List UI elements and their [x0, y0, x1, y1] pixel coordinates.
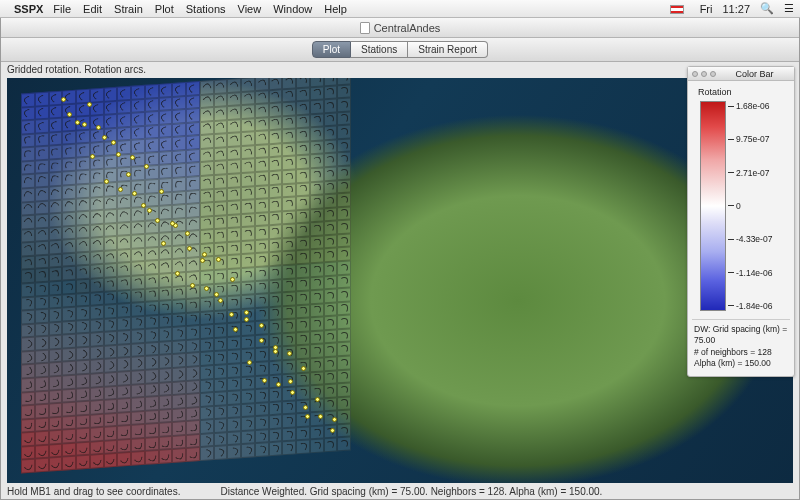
- grid-cell: [186, 257, 200, 272]
- plot-caption: Gridded rotation. Rotation arcs.: [7, 64, 146, 75]
- rotation-arc-icon: [79, 282, 87, 291]
- rotation-arc-icon: [271, 390, 281, 399]
- menu-extras-icon[interactable]: ☰: [784, 2, 794, 15]
- grid-cell: [159, 395, 173, 410]
- grid-cell: [49, 362, 63, 377]
- grid-cell: [90, 454, 104, 469]
- panel-min-icon[interactable]: [701, 71, 707, 77]
- menu-file[interactable]: File: [53, 3, 71, 15]
- grid-cell: [35, 200, 49, 215]
- grid-cell: [62, 415, 76, 430]
- rotation-arc-icon: [50, 242, 61, 253]
- menu-strain[interactable]: Strain: [114, 3, 143, 15]
- rotation-arc-icon: [243, 419, 254, 429]
- rotation-arc-icon: [119, 101, 130, 112]
- rotation-arc-icon: [299, 225, 307, 234]
- tab-stations[interactable]: Stations: [351, 41, 408, 58]
- rotation-arc-icon: [132, 331, 143, 342]
- rotation-arc-icon: [92, 388, 102, 398]
- grid-cell: [62, 443, 76, 458]
- menu-help[interactable]: Help: [324, 3, 347, 15]
- map-canvas[interactable]: [7, 78, 793, 483]
- grid-cell: [172, 326, 186, 341]
- rotation-arc-icon: [50, 214, 62, 226]
- rotation-arc-icon: [37, 257, 47, 267]
- rotation-arc-icon: [63, 227, 74, 239]
- grid-cell: [214, 337, 228, 352]
- rotation-arc-icon: [64, 174, 74, 184]
- rotation-arc-icon: [132, 100, 143, 111]
- rotation-arc-icon: [256, 431, 266, 441]
- grid-cell: [200, 446, 214, 461]
- grid-cell: [117, 262, 131, 277]
- grid-cell: [337, 152, 351, 167]
- grid-cell: [76, 360, 90, 375]
- panel-close-icon[interactable]: [692, 71, 698, 77]
- rotation-arc-icon: [160, 369, 171, 381]
- rotation-arc-icon: [312, 143, 321, 152]
- grid-cell: [227, 377, 241, 392]
- colorbar-panel[interactable]: Color Bar Rotation 1.68e-06 9.75e-07 2.7…: [687, 66, 795, 377]
- rotation-arc-icon: [284, 131, 293, 141]
- tab-plot[interactable]: Plot: [312, 41, 351, 58]
- rotation-arc-icon: [215, 447, 226, 458]
- menu-edit[interactable]: Edit: [83, 3, 102, 15]
- rotation-arc-icon: [285, 322, 294, 330]
- rotation-arc-icon: [285, 335, 294, 343]
- grid-cell: [145, 301, 159, 316]
- rotation-arc-icon: [78, 308, 88, 318]
- grid-cell: [296, 440, 310, 455]
- menu-stations[interactable]: Stations: [186, 3, 226, 15]
- rotation-arc-icon: [160, 85, 171, 96]
- rotation-arc-icon: [312, 88, 321, 97]
- panel-zoom-icon[interactable]: [710, 71, 716, 77]
- rotation-arc-icon: [298, 103, 307, 113]
- grid-cell: [145, 328, 159, 343]
- window-titlebar[interactable]: CentralAndes: [1, 18, 799, 38]
- colorbar-titlebar[interactable]: Color Bar: [688, 67, 794, 81]
- grid-cell: [172, 353, 186, 368]
- rotation-arc-icon: [173, 233, 185, 244]
- rotation-arc-icon: [147, 195, 157, 205]
- grid-cell: [62, 158, 76, 173]
- rotation-arc-icon: [270, 91, 280, 101]
- rotation-arc-icon: [257, 187, 266, 197]
- rotation-arc-icon: [299, 321, 308, 329]
- grid-cell: [62, 307, 76, 322]
- rotation-arc-icon: [91, 225, 103, 237]
- grid-cell: [76, 89, 90, 104]
- rotation-arc-icon: [36, 202, 47, 213]
- menu-view[interactable]: View: [238, 3, 262, 15]
- rotation-arc-icon: [147, 182, 156, 191]
- content-area: Gridded rotation. Rotation arcs. Color B…: [1, 62, 799, 499]
- grid-cell: [282, 156, 296, 171]
- rotation-arc-icon: [284, 90, 294, 100]
- rotation-arc-icon: [50, 350, 61, 362]
- rotation-arc-icon: [105, 346, 117, 357]
- rotation-arc-icon: [23, 285, 32, 294]
- rotation-arc-icon: [146, 221, 157, 232]
- grid-cell: [200, 134, 214, 149]
- tab-strain-report[interactable]: Strain Report: [408, 41, 488, 58]
- rotation-arc-icon: [36, 121, 46, 132]
- grid-cell: [310, 425, 324, 440]
- rotation-arc-icon: [340, 345, 348, 354]
- rotation-arc-icon: [118, 223, 130, 234]
- app-menu[interactable]: SSPX: [14, 3, 43, 15]
- rotation-arc-icon: [51, 270, 60, 279]
- grid-cell: [337, 315, 351, 330]
- rotation-arc-icon: [298, 348, 307, 356]
- grid-cell: [324, 438, 338, 453]
- spotlight-icon[interactable]: 🔍: [760, 2, 774, 15]
- menubar-flag-icon[interactable]: [670, 3, 690, 15]
- grid-cell: [145, 138, 159, 153]
- rotation-arc-icon: [174, 288, 183, 298]
- grid-cell: [269, 442, 283, 457]
- menu-window[interactable]: Window: [273, 3, 312, 15]
- grid-cell: [241, 226, 255, 241]
- menu-plot[interactable]: Plot: [155, 3, 174, 15]
- rotation-arc-icon: [119, 278, 128, 288]
- grid-cell: [214, 391, 228, 406]
- grid-cell: [90, 441, 104, 456]
- rotation-arc-icon: [174, 111, 185, 122]
